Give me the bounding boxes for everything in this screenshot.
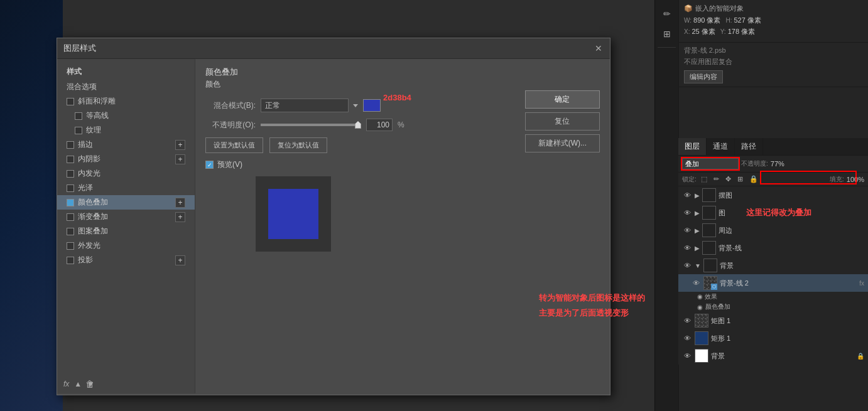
- eye-icon-tu[interactable]: 👁: [682, 208, 692, 218]
- eye-icon-zhoubian[interactable]: 👁: [682, 225, 692, 235]
- drop-shadow-checkbox[interactable]: [67, 257, 74, 264]
- grid-icon[interactable]: ⊞: [658, 25, 676, 43]
- x-item: X: 25 像素: [684, 27, 715, 36]
- inner-glow-option[interactable]: 内发光: [57, 166, 195, 181]
- width-item: W: 890 像素: [684, 16, 720, 25]
- color-swatch[interactable]: [363, 99, 381, 112]
- inner-shadow-option[interactable]: 内阴影 +: [57, 152, 195, 166]
- lock-all-icon[interactable]: 🔒: [747, 174, 760, 184]
- layer-item-juxing1[interactable]: 👁 矩形 1: [678, 329, 868, 347]
- opacity-slider-thumb[interactable]: [355, 121, 361, 129]
- thumb-img-jitu1: [695, 314, 708, 328]
- bevel-emboss-checkbox[interactable]: [67, 98, 74, 105]
- eye-icon-bg-group[interactable]: 👁: [682, 260, 692, 270]
- confirm-button[interactable]: 确定: [525, 90, 600, 109]
- new-style-button[interactable]: 新建样式(W)...: [525, 134, 600, 152]
- opacity-input[interactable]: [366, 119, 393, 131]
- layer-item-baitu[interactable]: 👁 ▶ 摆图: [678, 186, 868, 204]
- annotation-smart-line1: 转为智能对象后图标是这样的: [539, 292, 645, 304]
- expand-icon-baitu[interactable]: ▶: [695, 192, 700, 199]
- content-title: 颜色叠加: [205, 67, 600, 78]
- preview-checkbox[interactable]: ✓: [205, 161, 214, 169]
- stroke-checkbox[interactable]: [67, 141, 74, 149]
- fx-label: fx: [63, 380, 69, 388]
- layer-item-bgline2[interactable]: 👁 ⬡ 背景-线 2 fx: [678, 274, 868, 292]
- eye-icon-jitu1[interactable]: 👁: [682, 316, 692, 326]
- expand-icon-tu[interactable]: ▶: [695, 210, 700, 216]
- outer-glow-option[interactable]: 外发光: [57, 238, 195, 253]
- blend-mode-select[interactable]: 叠加 正常 溶解: [682, 158, 739, 169]
- tab-layers[interactable]: 图层: [678, 138, 707, 155]
- satin-option[interactable]: 光泽: [57, 181, 195, 195]
- satin-checkbox[interactable]: [67, 184, 74, 192]
- color-overlay-checkbox[interactable]: ✓: [67, 199, 74, 206]
- set-default-button[interactable]: 设置为默认值: [205, 137, 263, 153]
- x-value: 25 像素: [692, 27, 715, 36]
- stroke-option[interactable]: 描边 +: [57, 137, 195, 152]
- eye-icon-background[interactable]: 👁: [682, 351, 692, 361]
- eye-icon-bgline2[interactable]: 👁: [691, 278, 701, 288]
- layer-item-background[interactable]: 👁 背景 🔒: [678, 347, 868, 365]
- gradient-overlay-add-btn[interactable]: +: [175, 212, 185, 222]
- eye-icon-baitu[interactable]: 👁: [682, 190, 692, 200]
- tab-channels[interactable]: 通道: [707, 138, 735, 155]
- dialog-bottom-fx: fx ▲ ▼ 🗑: [63, 380, 94, 388]
- expand-icon-zhoubian[interactable]: ▶: [695, 227, 700, 234]
- layer-item-bg-group[interactable]: 👁 ▼ 背景: [678, 257, 868, 274]
- layer-item-jitu1[interactable]: 👁 矩图 1: [678, 312, 868, 329]
- stroke-add-btn[interactable]: +: [175, 140, 185, 150]
- blend-select-wrapper: 正常 溶解 叠加: [261, 99, 358, 112]
- layer-item-bgline[interactable]: 👁 ▶ 背景-线: [678, 239, 868, 257]
- blend-options-label: 混合选项: [67, 82, 97, 92]
- thumb-bgline2: ⬡: [703, 276, 717, 290]
- smart-object-badge: ⬡: [711, 284, 717, 290]
- expand-icon-bgline[interactable]: ▶: [695, 245, 700, 252]
- dialog-close-button[interactable]: ✕: [594, 43, 604, 53]
- drop-shadow-option[interactable]: 投影 +: [57, 253, 195, 267]
- inner-shadow-add-btn[interactable]: +: [175, 154, 185, 164]
- lock-draw-icon[interactable]: ✏: [712, 174, 721, 184]
- contour-option[interactable]: 等高线: [57, 109, 195, 123]
- not-apply-label: 不应用图层复合: [684, 57, 732, 67]
- effect-bullet-color: ◉: [697, 304, 703, 311]
- texture-checkbox[interactable]: [75, 127, 82, 134]
- lock-artboard-icon[interactable]: ⊞: [735, 174, 745, 184]
- lock-transparent-icon[interactable]: ⬚: [699, 174, 709, 184]
- gradient-overlay-option[interactable]: 渐变叠加 +: [57, 210, 195, 224]
- color-overlay-option[interactable]: ✓ 颜色叠加 +: [57, 195, 195, 210]
- blend-options-item[interactable]: 混合选项: [57, 80, 195, 94]
- reset-default-button[interactable]: 复位为默认值: [269, 137, 327, 153]
- dialog-left-panel: 样式 混合选项 斜面和浮雕 等高线 纹理 描边 +: [57, 59, 195, 393]
- pattern-overlay-checkbox[interactable]: [67, 228, 74, 235]
- edit-content-button[interactable]: 编辑内容: [684, 70, 723, 83]
- lock-move-icon[interactable]: ✥: [724, 174, 733, 184]
- layer-item-zhoubian[interactable]: 👁 ▶ 周边: [678, 222, 868, 239]
- eye-icon-juxing1[interactable]: 👁: [682, 333, 692, 343]
- fx-delete-icon[interactable]: 🗑: [85, 379, 94, 389]
- effect-item-effects: ◉ 效果: [678, 292, 868, 302]
- bevel-emboss-option[interactable]: 斜面和浮雕: [57, 94, 195, 109]
- tab-paths[interactable]: 路径: [735, 138, 763, 155]
- color-overlay-add-btn[interactable]: +: [175, 198, 185, 208]
- blend-mode-dropdown[interactable]: 正常 溶解 叠加: [261, 99, 349, 112]
- drop-shadow-add-btn[interactable]: +: [175, 255, 185, 265]
- contour-checkbox[interactable]: [75, 112, 82, 120]
- opacity-slider-track[interactable]: [261, 124, 361, 126]
- thumb-baitu: [702, 188, 716, 202]
- expand-icon-bg[interactable]: ▼: [695, 262, 701, 269]
- effect-label-effects: ◉ 效果: [697, 292, 717, 301]
- eye-icon-bgline[interactable]: 👁: [682, 243, 692, 253]
- dialog-title: 图层样式: [63, 43, 96, 54]
- edit-icon[interactable]: ✏: [658, 5, 676, 23]
- opacity-label: 不透明度:: [741, 159, 768, 168]
- content-subtitle: 颜色: [205, 79, 600, 90]
- inner-shadow-checkbox[interactable]: [67, 156, 74, 163]
- h-label: H:: [725, 17, 732, 24]
- pattern-overlay-option[interactable]: 图案叠加: [57, 224, 195, 238]
- gradient-overlay-checkbox[interactable]: [67, 213, 74, 221]
- fx-up-icon[interactable]: ▲: [74, 380, 82, 388]
- texture-option[interactable]: 纹理: [57, 123, 195, 137]
- reset-button[interactable]: 复位: [525, 112, 600, 131]
- outer-glow-checkbox[interactable]: [67, 242, 74, 250]
- inner-glow-checkbox[interactable]: [67, 170, 74, 178]
